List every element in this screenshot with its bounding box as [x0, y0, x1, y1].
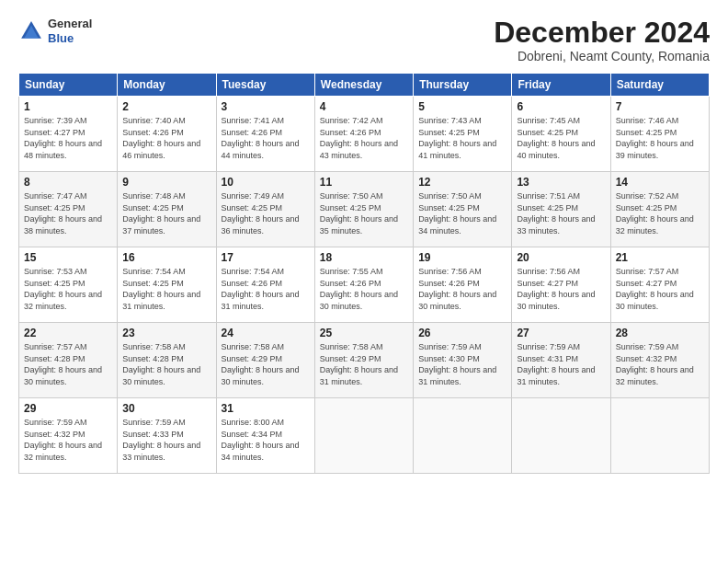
month-title: December 2024 [494, 17, 710, 49]
calendar-page: General Blue December 2024 Dobreni, Neam… [0, 0, 728, 563]
day-info: Sunrise: 8:00 AMSunset: 4:34 PMDaylight:… [222, 418, 300, 462]
day-number: 10 [222, 176, 310, 189]
day-number: 19 [418, 251, 506, 264]
page-header: General Blue December 2024 Dobreni, Neam… [18, 17, 710, 63]
day-number: 4 [320, 100, 408, 113]
day-info: Sunrise: 7:56 AMSunset: 4:27 PMDaylight:… [517, 267, 595, 311]
table-row: 15 Sunrise: 7:53 AMSunset: 4:25 PMDaylig… [19, 247, 118, 323]
day-info: Sunrise: 7:39 AMSunset: 4:27 PMDaylight:… [24, 116, 102, 160]
table-row: 2 Sunrise: 7:40 AMSunset: 4:26 PMDayligh… [118, 97, 216, 172]
day-number: 13 [517, 176, 605, 189]
table-row: 24 Sunrise: 7:58 AMSunset: 4:29 PMDaylig… [216, 323, 314, 398]
day-number: 15 [24, 251, 112, 264]
table-row: 18 Sunrise: 7:55 AMSunset: 4:26 PMDaylig… [314, 247, 413, 323]
table-row: 7 Sunrise: 7:46 AMSunset: 4:25 PMDayligh… [610, 97, 709, 172]
table-row [512, 398, 610, 474]
table-row: 19 Sunrise: 7:56 AMSunset: 4:26 PMDaylig… [414, 247, 512, 323]
table-row: 17 Sunrise: 7:54 AMSunset: 4:26 PMDaylig… [216, 247, 314, 323]
day-info: Sunrise: 7:41 AMSunset: 4:26 PMDaylight:… [222, 116, 300, 160]
day-number: 23 [122, 327, 210, 339]
day-number: 7 [616, 100, 704, 113]
day-info: Sunrise: 7:53 AMSunset: 4:25 PMDaylight:… [24, 267, 102, 311]
day-info: Sunrise: 7:50 AMSunset: 4:25 PMDaylight:… [320, 191, 398, 236]
calendar-table: Sunday Monday Tuesday Wednesday Thursday… [18, 73, 710, 474]
table-row: 25 Sunrise: 7:58 AMSunset: 4:29 PMDaylig… [314, 323, 413, 398]
day-number: 1 [24, 100, 112, 113]
table-row: 6 Sunrise: 7:45 AMSunset: 4:25 PMDayligh… [512, 97, 610, 172]
day-number: 22 [24, 327, 112, 339]
day-number: 30 [122, 402, 210, 415]
header-tuesday: Tuesday [216, 74, 314, 97]
table-row: 9 Sunrise: 7:48 AMSunset: 4:25 PMDayligh… [118, 172, 216, 247]
logo-text: General Blue [48, 17, 92, 45]
table-row: 1 Sunrise: 7:39 AMSunset: 4:27 PMDayligh… [19, 97, 118, 172]
day-info: Sunrise: 7:42 AMSunset: 4:26 PMDaylight:… [320, 116, 398, 160]
table-row: 26 Sunrise: 7:59 AMSunset: 4:30 PMDaylig… [414, 323, 512, 398]
day-info: Sunrise: 7:55 AMSunset: 4:26 PMDaylight:… [320, 267, 398, 311]
table-row: 21 Sunrise: 7:57 AMSunset: 4:27 PMDaylig… [610, 247, 709, 323]
table-row [314, 398, 413, 474]
table-row [414, 398, 512, 474]
table-row: 13 Sunrise: 7:51 AMSunset: 4:25 PMDaylig… [512, 172, 610, 247]
table-row: 8 Sunrise: 7:47 AMSunset: 4:25 PMDayligh… [19, 172, 118, 247]
table-row: 10 Sunrise: 7:49 AMSunset: 4:25 PMDaylig… [216, 172, 314, 247]
table-row: 16 Sunrise: 7:54 AMSunset: 4:25 PMDaylig… [118, 247, 216, 323]
table-row: 14 Sunrise: 7:52 AMSunset: 4:25 PMDaylig… [610, 172, 709, 247]
day-number: 6 [517, 100, 605, 113]
day-info: Sunrise: 7:57 AMSunset: 4:27 PMDaylight:… [616, 267, 694, 311]
day-number: 24 [222, 327, 310, 339]
day-number: 26 [418, 327, 506, 339]
table-row: 29 Sunrise: 7:59 AMSunset: 4:32 PMDaylig… [19, 398, 118, 474]
day-number: 29 [24, 402, 112, 415]
day-info: Sunrise: 7:52 AMSunset: 4:25 PMDaylight:… [616, 191, 694, 236]
table-row: 4 Sunrise: 7:42 AMSunset: 4:26 PMDayligh… [314, 97, 413, 172]
day-info: Sunrise: 7:45 AMSunset: 4:25 PMDaylight:… [517, 116, 595, 160]
header-row: Sunday Monday Tuesday Wednesday Thursday… [19, 74, 710, 97]
day-info: Sunrise: 7:47 AMSunset: 4:25 PMDaylight:… [24, 191, 102, 236]
table-row: 31 Sunrise: 8:00 AMSunset: 4:34 PMDaylig… [216, 398, 314, 474]
header-wednesday: Wednesday [314, 74, 413, 97]
table-row: 11 Sunrise: 7:50 AMSunset: 4:25 PMDaylig… [314, 172, 413, 247]
day-info: Sunrise: 7:59 AMSunset: 4:31 PMDaylight:… [517, 342, 595, 386]
day-number: 3 [222, 100, 310, 113]
day-number: 25 [320, 327, 408, 339]
header-thursday: Thursday [414, 74, 512, 97]
day-number: 18 [320, 251, 408, 264]
day-number: 27 [517, 327, 605, 339]
day-info: Sunrise: 7:50 AMSunset: 4:25 PMDaylight:… [418, 191, 496, 236]
day-info: Sunrise: 7:46 AMSunset: 4:25 PMDaylight:… [616, 116, 694, 160]
day-info: Sunrise: 7:59 AMSunset: 4:32 PMDaylight:… [616, 342, 694, 386]
day-number: 17 [222, 251, 310, 264]
day-info: Sunrise: 7:57 AMSunset: 4:28 PMDaylight:… [24, 342, 102, 386]
logo-icon [18, 18, 44, 44]
day-number: 8 [24, 176, 112, 189]
table-row: 30 Sunrise: 7:59 AMSunset: 4:33 PMDaylig… [118, 398, 216, 474]
day-number: 16 [122, 251, 210, 264]
day-number: 31 [222, 402, 310, 415]
day-info: Sunrise: 7:49 AMSunset: 4:25 PMDaylight:… [222, 191, 300, 236]
day-info: Sunrise: 7:56 AMSunset: 4:26 PMDaylight:… [418, 267, 496, 311]
day-info: Sunrise: 7:40 AMSunset: 4:26 PMDaylight:… [122, 116, 200, 160]
logo-blue: Blue [48, 31, 74, 45]
day-info: Sunrise: 7:51 AMSunset: 4:25 PMDaylight:… [517, 191, 595, 236]
day-info: Sunrise: 7:54 AMSunset: 4:25 PMDaylight:… [122, 267, 200, 311]
table-row: 27 Sunrise: 7:59 AMSunset: 4:31 PMDaylig… [512, 323, 610, 398]
header-monday: Monday [118, 74, 216, 97]
table-row: 28 Sunrise: 7:59 AMSunset: 4:32 PMDaylig… [610, 323, 709, 398]
table-row: 20 Sunrise: 7:56 AMSunset: 4:27 PMDaylig… [512, 247, 610, 323]
day-info: Sunrise: 7:58 AMSunset: 4:28 PMDaylight:… [122, 342, 200, 386]
logo-general: General [48, 17, 92, 30]
day-info: Sunrise: 7:59 AMSunset: 4:30 PMDaylight:… [418, 342, 496, 386]
header-friday: Friday [512, 74, 610, 97]
logo: General Blue [18, 17, 92, 45]
day-number: 28 [616, 327, 704, 339]
day-number: 12 [418, 176, 506, 189]
day-number: 2 [122, 100, 210, 113]
day-number: 9 [122, 176, 210, 189]
day-number: 21 [616, 251, 704, 264]
location-subtitle: Dobreni, Neamt County, Romania [494, 49, 710, 63]
day-number: 14 [616, 176, 704, 189]
table-row: 23 Sunrise: 7:58 AMSunset: 4:28 PMDaylig… [118, 323, 216, 398]
day-number: 20 [517, 251, 605, 264]
day-info: Sunrise: 7:48 AMSunset: 4:25 PMDaylight:… [122, 191, 200, 236]
